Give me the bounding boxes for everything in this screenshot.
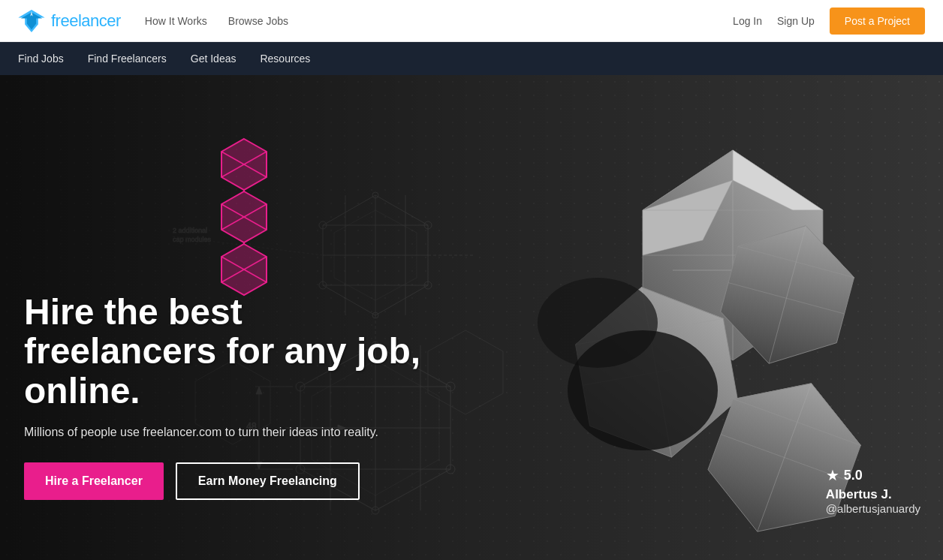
logo-text: freelancer [51,11,121,31]
hero-title: Hire the best freelancers for any job, o… [24,293,444,411]
top-nav-right: Log In Sign Up Post a Project [733,8,925,35]
nav-get-ideas[interactable]: Get Ideas [191,53,237,65]
top-nav-links: How It Works Browse Jobs [145,15,288,27]
hero-content: Hire the best freelancers for any job, o… [24,293,444,500]
rating-name: Albertus J. [826,487,920,502]
pink-hex-structure [218,135,270,315]
secondary-nav: Find Jobs Find Freelancers Get Ideas Res… [0,42,943,75]
top-nav-left: freelancer How It Works Browse Jobs [18,10,288,32]
rating-stars: ★ 5.0 [826,466,920,484]
hero-buttons: Hire a Freelancer Earn Money Freelancing [24,462,444,500]
signup-link[interactable]: Sign Up [777,15,815,27]
hero-subtitle: Millions of people use freelancer.com to… [24,423,444,441]
rating-handle: @albertusjanuardy [826,502,920,515]
logo-link[interactable]: freelancer [18,10,121,32]
login-link[interactable]: Log In [733,15,762,27]
earn-money-button[interactable]: Earn Money Freelancing [176,462,360,500]
browse-jobs-link[interactable]: Browse Jobs [228,15,288,27]
nav-find-jobs[interactable]: Find Jobs [18,53,64,65]
nav-resources[interactable]: Resources [260,53,310,65]
rating-score: 5.0 [844,468,863,483]
star-icon: ★ [826,466,839,484]
rating-badge: ★ 5.0 Albertus J. @albertusjanuardy [826,466,920,515]
how-it-works-link[interactable]: How It Works [145,15,207,27]
top-nav: freelancer How It Works Browse Jobs Log … [0,0,943,42]
hire-freelancer-button[interactable]: Hire a Freelancer [24,462,164,500]
nav-find-freelancers[interactable]: Find Freelancers [88,53,167,65]
hero-section: 48 2 additional cap modules [0,75,943,560]
logo-icon [18,10,45,32]
svg-point-81 [568,330,718,450]
post-project-button[interactable]: Post a Project [830,8,925,35]
